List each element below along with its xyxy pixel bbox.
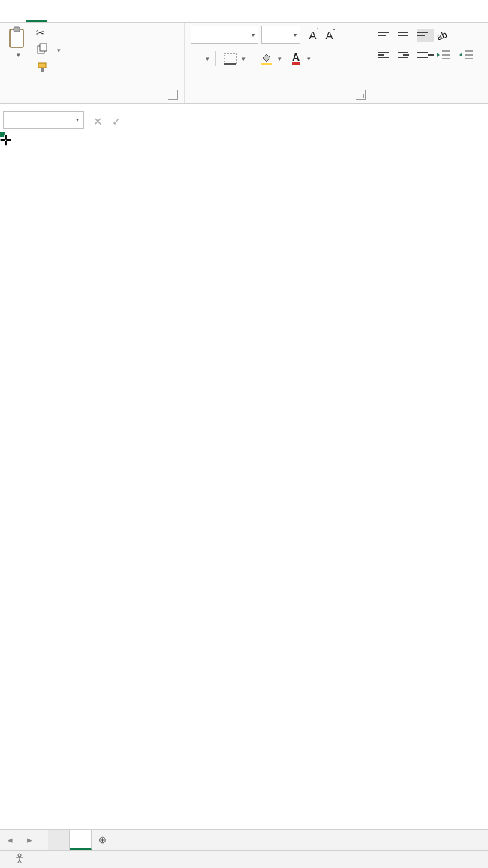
font-name-combo[interactable]: ▾	[191, 26, 258, 44]
sheet-tabs: ◂ ▸ ⊕	[0, 829, 488, 850]
paste-icon[interactable]	[6, 26, 30, 51]
tab-layout[interactable]	[68, 14, 89, 22]
group-alignment: ab	[372, 23, 488, 103]
chevron-down-icon: ▾	[252, 32, 255, 38]
align-bottom-button[interactable]	[417, 29, 434, 42]
increase-indent-button[interactable]	[459, 48, 479, 62]
scissors-icon: ✂	[36, 27, 44, 38]
align-middle-button[interactable]	[398, 29, 414, 42]
spreadsheet-grid[interactable]: ✛	[0, 132, 488, 829]
chevron-down-icon: ▾	[76, 116, 79, 123]
chevron-down-icon[interactable]: ▾	[278, 55, 282, 62]
formula-bar[interactable]	[137, 111, 488, 132]
align-top-button[interactable]	[378, 29, 395, 42]
status-bar	[0, 850, 488, 868]
a11y-icon[interactable]	[14, 852, 26, 866]
font-color-button[interactable]: A	[288, 52, 304, 65]
tab-file[interactable]	[5, 14, 26, 22]
paste-dropdown[interactable]: ▾	[17, 51, 20, 59]
cut-button[interactable]: ✂	[36, 27, 61, 38]
grow-font-button[interactable]: Aˆ	[306, 27, 321, 42]
separator	[215, 51, 216, 66]
fill-color-button[interactable]	[258, 52, 275, 65]
svg-rect-1	[14, 27, 20, 32]
separator	[252, 51, 252, 66]
group-font: ▾ ▾ Aˆ Aˇ ▾ ▾	[185, 23, 372, 103]
chevron-down-icon[interactable]: ▾	[242, 55, 246, 62]
tab-formulas[interactable]	[89, 14, 110, 22]
chevron-down-icon: ▾	[57, 47, 61, 54]
tab-home[interactable]	[26, 12, 47, 22]
font-size-combo[interactable]: ▾	[261, 26, 300, 44]
ribbon-tabs	[0, 0, 488, 23]
borders-button[interactable]	[222, 52, 239, 65]
tab-insert[interactable]	[47, 14, 68, 22]
svg-rect-4	[38, 63, 46, 68]
svg-rect-3	[40, 44, 47, 51]
align-left-button[interactable]	[378, 48, 395, 62]
svg-text:ab: ab	[437, 29, 449, 41]
sheet-nav-prev[interactable]: ◂	[0, 834, 20, 845]
decrease-indent-button[interactable]	[437, 48, 456, 62]
orientation-button[interactable]: ab	[437, 29, 459, 42]
svg-point-16	[18, 854, 21, 857]
confirm-entry-button[interactable]: ✓	[112, 115, 122, 129]
align-right-button[interactable]	[417, 48, 434, 62]
cancel-entry-button[interactable]: ✕	[93, 115, 103, 129]
format-painter-button[interactable]	[36, 62, 61, 76]
chevron-down-icon[interactable]: ▾	[307, 55, 311, 62]
chevron-down-icon[interactable]: ▾	[206, 55, 209, 62]
chevron-down-icon: ▾	[294, 32, 297, 38]
svg-rect-5	[41, 68, 44, 72]
selection-outline	[0, 132, 3, 135]
tab-data[interactable]	[110, 14, 131, 22]
copy-button[interactable]: ▾	[36, 43, 61, 57]
align-center-button[interactable]	[398, 48, 414, 62]
fill-handle[interactable]	[0, 132, 5, 137]
paintbrush-icon	[36, 62, 48, 76]
svg-rect-6	[224, 53, 236, 64]
name-box[interactable]: ▾	[3, 111, 84, 129]
sheet-tab-2[interactable]	[70, 830, 92, 850]
shrink-font-button[interactable]: Aˇ	[323, 27, 338, 42]
formula-bar-row: ▾ ✕ ✓	[0, 111, 488, 132]
copy-icon	[36, 43, 48, 57]
clipboard-launcher[interactable]	[168, 90, 178, 100]
ribbon: ▾ ✂ ▾	[0, 23, 488, 104]
svg-rect-0	[10, 29, 23, 47]
tab-review[interactable]	[131, 14, 152, 22]
cell-cursor-icon: ✛	[0, 132, 11, 149]
font-launcher[interactable]	[356, 90, 366, 100]
group-clipboard: ▾ ✂ ▾	[0, 23, 185, 103]
add-sheet-button[interactable]: ⊕	[92, 834, 113, 845]
sheet-nav-next[interactable]: ▸	[20, 834, 39, 845]
sheet-tab-1[interactable]	[48, 830, 70, 850]
svg-rect-8	[261, 63, 272, 65]
